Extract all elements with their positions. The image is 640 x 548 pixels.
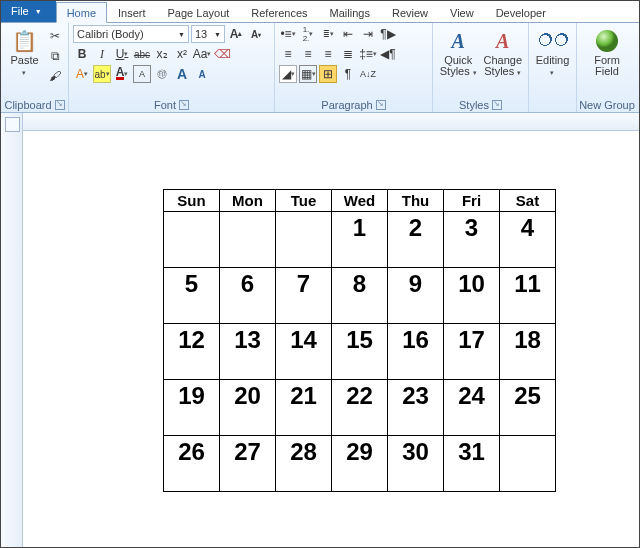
calendar-cell[interactable]: 20 [220, 380, 276, 436]
ltr-button[interactable]: ¶▶ [379, 25, 397, 43]
char-border-button[interactable]: A [133, 65, 151, 83]
font-size-combo[interactable]: 13▼ [191, 25, 225, 43]
font-family-combo[interactable]: Calibri (Body)▼ [73, 25, 189, 43]
align-left-button[interactable]: ≡ [279, 45, 297, 63]
form-field-button[interactable]: Form Field [581, 25, 633, 91]
enclose-chars-button[interactable]: ㊞ [153, 65, 171, 83]
calendar-cell[interactable]: 25 [500, 380, 556, 436]
calendar-cell[interactable]: 30 [388, 436, 444, 492]
superscript-button[interactable]: x² [173, 45, 191, 63]
calendar-cell[interactable]: 23 [388, 380, 444, 436]
subscript-button[interactable]: x₂ [153, 45, 171, 63]
calendar-cell[interactable]: 19 [164, 380, 220, 436]
bold-button[interactable]: B [73, 45, 91, 63]
tab-view[interactable]: View [439, 2, 485, 23]
quick-styles-button[interactable]: A Quick Styles ▾ [437, 25, 480, 91]
calendar-cell[interactable]: 1 [332, 212, 388, 268]
font-shrink2-button[interactable]: A [193, 65, 211, 83]
calendar-cell[interactable]: 4 [500, 212, 556, 268]
calendar-cell[interactable]: 21 [276, 380, 332, 436]
calendar-cell[interactable]: 5 [164, 268, 220, 324]
inc-indent-button[interactable]: ⇥ [359, 25, 377, 43]
change-case-button[interactable]: Aa▾ [193, 45, 211, 63]
calendar-cell[interactable]: 13 [220, 324, 276, 380]
tab-references[interactable]: References [240, 2, 318, 23]
quick-styles-icon: A [444, 27, 472, 55]
calendar-cell[interactable]: 12 [164, 324, 220, 380]
tab-review[interactable]: Review [381, 2, 439, 23]
calendar-cell[interactable]: 9 [388, 268, 444, 324]
align-center-button[interactable]: ≡ [299, 45, 317, 63]
calendar-cell[interactable]: 18 [500, 324, 556, 380]
ribbon: 📋 Paste▾ ✂ ⧉ 🖌 Clipboard Calibri (Body)▼… [1, 23, 639, 113]
calendar-cell[interactable]: 27 [220, 436, 276, 492]
multilevel-button[interactable]: ≣▾ [319, 25, 337, 43]
document-page[interactable]: Sun Mon Tue Wed Thu Fri Sat 1 [23, 131, 639, 547]
underline-button[interactable]: U▾ [113, 45, 131, 63]
calendar-cell[interactable]: 8 [332, 268, 388, 324]
calendar-cell[interactable]: 11 [500, 268, 556, 324]
tab-home[interactable]: Home [56, 2, 107, 23]
calendar-cell[interactable] [276, 212, 332, 268]
paste-button[interactable]: 📋 Paste▾ [5, 25, 44, 91]
dec-indent-button[interactable]: ⇤ [339, 25, 357, 43]
font-color-button[interactable]: A▾ [113, 65, 131, 83]
copy-button[interactable]: ⧉ [46, 47, 64, 65]
calendar-cell[interactable]: 29 [332, 436, 388, 492]
calendar-cell[interactable]: 14 [276, 324, 332, 380]
calendar-cell[interactable]: 16 [388, 324, 444, 380]
calendar-cell[interactable] [500, 436, 556, 492]
grow-font-button[interactable]: A▴ [227, 25, 245, 43]
calendar-cell[interactable]: 17 [444, 324, 500, 380]
sort-az-button[interactable]: A↓Z [359, 65, 377, 83]
tab-developer[interactable]: Developer [485, 2, 557, 23]
calendar-cell[interactable]: 22 [332, 380, 388, 436]
find-icon: 🔿🔿 [539, 27, 567, 55]
page-scroll[interactable]: Sun Mon Tue Wed Thu Fri Sat 1 [23, 131, 639, 547]
italic-button[interactable]: I [93, 45, 111, 63]
align-right-button[interactable]: ≡ [319, 45, 337, 63]
calendar-cell[interactable]: 31 [444, 436, 500, 492]
numbering-button[interactable]: 1.2.▾ [299, 25, 317, 43]
calendar-cell[interactable]: 6 [220, 268, 276, 324]
calendar-cell[interactable]: 15 [332, 324, 388, 380]
strike-button[interactable]: abc [133, 45, 151, 63]
clipboard-launcher[interactable] [55, 100, 65, 110]
font-launcher[interactable] [179, 100, 189, 110]
calendar-cell[interactable]: 10 [444, 268, 500, 324]
tab-page-layout[interactable]: Page Layout [157, 2, 241, 23]
format-painter-button[interactable]: 🖌 [46, 67, 64, 85]
text-effects-button[interactable]: A▾ [73, 65, 91, 83]
horizontal-ruler[interactable] [23, 113, 639, 131]
borders-button[interactable]: ▦▾ [299, 65, 317, 83]
calendar-cell[interactable]: 24 [444, 380, 500, 436]
styles-launcher[interactable] [492, 100, 502, 110]
shading-button[interactable]: ◢▾ [279, 65, 297, 83]
clear-format-button[interactable]: ⌫ [213, 45, 231, 63]
editing-button[interactable]: 🔿🔿 Editing▾ [533, 25, 572, 91]
calendar-cell[interactable] [220, 212, 276, 268]
bullets-button[interactable]: •≡▾ [279, 25, 297, 43]
file-tab[interactable]: File ▼ [1, 0, 56, 22]
calendar-cell[interactable]: 3 [444, 212, 500, 268]
line-spacing-button[interactable]: ‡≡▾ [359, 45, 377, 63]
calendar-cell[interactable]: 7 [276, 268, 332, 324]
calendar-table[interactable]: Sun Mon Tue Wed Thu Fri Sat 1 [163, 189, 556, 492]
calendar-cell[interactable]: 26 [164, 436, 220, 492]
calendar-cell[interactable]: 28 [276, 436, 332, 492]
tab-mailings[interactable]: Mailings [319, 2, 381, 23]
font-grow2-button[interactable]: A [173, 65, 191, 83]
justify-button[interactable]: ≣ [339, 45, 357, 63]
change-styles-button[interactable]: A Change Styles ▾ [482, 25, 525, 91]
calendar-cell[interactable]: 2 [388, 212, 444, 268]
vertical-ruler[interactable] [1, 113, 23, 547]
highlight-button[interactable]: ab▾ [93, 65, 111, 83]
shrink-font-button[interactable]: A▾ [247, 25, 265, 43]
rtl-button[interactable]: ◀¶ [379, 45, 397, 63]
show-marks-button[interactable]: ¶ [339, 65, 357, 83]
sort-button[interactable]: ⊞ [319, 65, 337, 83]
paragraph-launcher[interactable] [376, 100, 386, 110]
calendar-cell[interactable] [164, 212, 220, 268]
cut-button[interactable]: ✂ [46, 27, 64, 45]
tab-insert[interactable]: Insert [107, 2, 157, 23]
